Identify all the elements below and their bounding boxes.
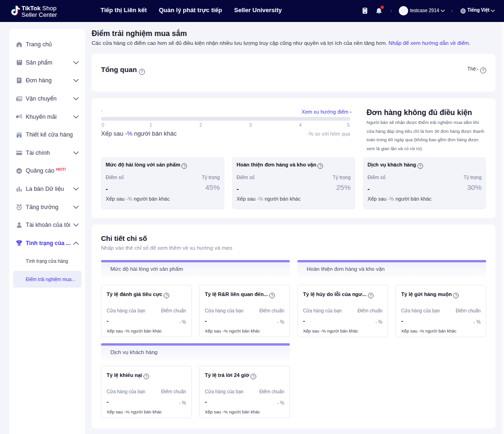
svg-text:AD: AD xyxy=(17,170,21,173)
